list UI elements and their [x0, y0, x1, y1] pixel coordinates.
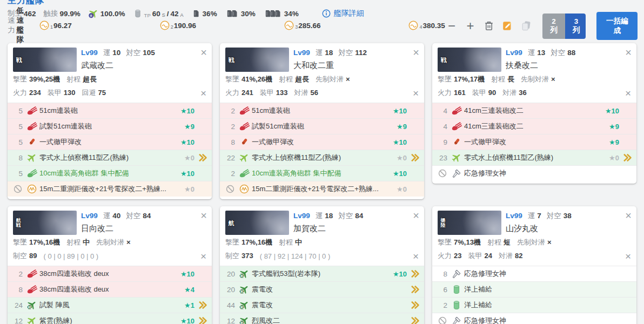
equip-stars[interactable]: ★10	[172, 138, 194, 146]
proficiency-chevron-icon[interactable]	[197, 152, 207, 163]
equip-row[interactable]: 5 10cm連装高角砲群 集中配備 ★10	[8, 165, 212, 181]
equip-row[interactable]: 6 洋上補給	[432, 281, 636, 297]
equip-row[interactable]: 8 一式徹甲弾改 ★10	[220, 134, 424, 150]
ship-banner[interactable]: 航戦	[13, 211, 77, 235]
equip-row[interactable]: 2 51cm連装砲 ★10	[220, 103, 424, 118]
equip-row[interactable]: 4 41cm三連装砲改二 ★9	[432, 118, 636, 134]
equip-row[interactable]: 22 零式水上偵察機11型乙(熟練) ★0	[220, 150, 424, 165]
ship-banner[interactable]: 航	[225, 211, 289, 235]
equip-row[interactable]: 9 一式徹甲弾改 ★9	[432, 134, 636, 150]
equip-stars[interactable]: ★0	[384, 185, 407, 193]
equip-row[interactable]: 15m二重測距儀改+21号電探改二+熟練... ★0	[220, 181, 424, 197]
proficiency-chevron-icon[interactable]	[621, 284, 632, 295]
columns-3-toggle[interactable]: 3列	[565, 14, 586, 39]
equip-stars[interactable]: ★10	[172, 170, 194, 178]
equip-row[interactable]: 12 戦 烈風改二	[220, 313, 424, 324]
ship-banner[interactable]: 戦	[225, 48, 289, 72]
equip-stars[interactable]: ★1	[172, 301, 194, 309]
copy-fleet-button[interactable]	[520, 18, 533, 34]
proficiency-chevron-icon[interactable]	[197, 105, 207, 116]
equip-row[interactable]: 8 零式水上偵察機11型乙(熟練) ★0	[8, 150, 212, 165]
equip-row[interactable]: 2 洋上補給	[432, 297, 636, 313]
equip-stars[interactable]: ★10	[384, 107, 407, 115]
proficiency-chevron-icon[interactable]	[197, 137, 207, 147]
equip-row[interactable]: 5 51cm連装砲 ★10	[8, 103, 212, 118]
proficiency-chevron-icon[interactable]	[197, 168, 207, 179]
clear-equipment-icon[interactable]: ×	[200, 251, 206, 261]
proficiency-chevron-icon[interactable]	[409, 315, 420, 324]
proficiency-chevron-icon[interactable]	[409, 268, 420, 279]
proficiency-chevron-icon[interactable]	[197, 184, 207, 194]
equip-row[interactable]: 2 38cm四連装砲改 deux ★10	[8, 266, 212, 281]
proficiency-chevron-icon[interactable]	[409, 184, 420, 194]
remove-ship-card-button[interactable]: ×	[625, 210, 632, 221]
remove-ship-card-button[interactable]: ×	[413, 47, 419, 58]
equip-row[interactable]: 4 41cm三連装砲改二 ★10	[432, 103, 636, 118]
clear-fleet-button[interactable]	[482, 18, 495, 34]
fleet-detail-button[interactable]: 艦隊詳細	[321, 9, 364, 18]
remove-ship-card-button[interactable]: ×	[625, 47, 632, 58]
ship-banner[interactable]: 戦	[13, 48, 77, 72]
equip-stars[interactable]: ★0	[172, 185, 194, 193]
equip-stars[interactable]: ★0	[596, 154, 619, 162]
equip-row[interactable]: 12 紫雲(熟練) ★10	[8, 313, 212, 324]
proficiency-chevron-icon[interactable]	[621, 137, 632, 147]
clear-equipment-icon[interactable]: ×	[413, 251, 419, 261]
proficiency-chevron-icon[interactable]	[197, 315, 207, 324]
memo-edit-button[interactable]	[501, 18, 514, 34]
equip-row[interactable]: 20 戦 零式艦戦53型(岩本隊) ★10	[220, 266, 424, 281]
equip-row[interactable]: 8 38cm四連装砲改 deux ★4	[8, 281, 212, 297]
clear-equipment-icon[interactable]: ×	[413, 88, 419, 98]
proficiency-chevron-icon[interactable]	[197, 268, 207, 279]
equip-row[interactable]: 44 戦 震電改	[220, 297, 424, 313]
proficiency-chevron-icon[interactable]	[621, 152, 632, 163]
remove-ship-card-button[interactable]: ×	[413, 210, 419, 221]
remove-ship-button[interactable]: −	[445, 18, 458, 34]
equip-stars[interactable]: ★10	[384, 270, 407, 278]
clear-equipment-icon[interactable]: ×	[625, 251, 631, 261]
proficiency-chevron-icon[interactable]	[409, 300, 420, 310]
equip-stars[interactable]: ★4	[172, 286, 194, 294]
equip-row[interactable]: 5 試製51cm連装砲 ★9	[8, 118, 212, 134]
equip-row[interactable]: 15m二重測距儀改+21号電探改二+熟練... ★0	[8, 181, 212, 197]
equip-stars[interactable]: ★10	[384, 170, 407, 178]
batch-edit-button[interactable]: 一括編成	[596, 12, 638, 40]
equip-row[interactable]: 2 10cm連装高角砲群 集中配備 ★10	[220, 165, 424, 181]
proficiency-chevron-icon[interactable]	[409, 105, 420, 116]
ship-banner[interactable]: 揚陸	[438, 211, 501, 235]
equip-stars[interactable]: ★10	[172, 317, 194, 324]
equip-stars[interactable]: ★10	[596, 107, 619, 115]
ship-banner[interactable]: 戦	[438, 48, 501, 72]
equip-row[interactable]: 8 応急修理女神	[432, 266, 636, 281]
remove-ship-card-button[interactable]: ×	[200, 210, 207, 221]
proficiency-chevron-icon[interactable]	[621, 121, 632, 132]
add-ship-button[interactable]: +	[464, 18, 477, 34]
proficiency-chevron-icon[interactable]	[409, 284, 420, 295]
equip-stars[interactable]: ★10	[172, 270, 194, 278]
equip-stars[interactable]: ★0	[172, 154, 194, 162]
equip-stars[interactable]: ★9	[596, 138, 619, 146]
equip-row[interactable]: 2 試製51cm連装砲 ★9	[220, 118, 424, 134]
equip-row[interactable]: 23 零式水上偵察機11型乙(熟練) ★0	[432, 150, 636, 165]
proficiency-chevron-icon[interactable]	[621, 105, 632, 116]
proficiency-chevron-icon[interactable]	[197, 284, 207, 295]
proficiency-chevron-icon[interactable]	[409, 121, 420, 132]
clear-equipment-icon[interactable]: ×	[625, 88, 631, 98]
proficiency-chevron-icon[interactable]	[409, 137, 420, 147]
proficiency-chevron-icon[interactable]	[621, 300, 632, 310]
proficiency-chevron-icon[interactable]	[621, 168, 632, 179]
proficiency-chevron-icon[interactable]	[197, 121, 207, 132]
equip-row[interactable]: 5 一式徹甲弾改 ★10	[8, 134, 212, 150]
equip-row[interactable]: 24 戦 試製 陣風 ★1	[8, 297, 212, 313]
remove-ship-card-button[interactable]: ×	[200, 47, 207, 58]
equip-stars[interactable]: ★10	[172, 107, 194, 115]
proficiency-chevron-icon[interactable]	[409, 168, 420, 179]
equip-stars[interactable]: ★9	[596, 123, 619, 131]
equip-stars[interactable]: ★10	[384, 138, 407, 146]
equip-row[interactable]: 応急修理女神	[432, 313, 636, 324]
equip-stars[interactable]: ★9	[384, 123, 407, 131]
equip-stars[interactable]: ★0	[384, 154, 407, 162]
proficiency-chevron-icon[interactable]	[197, 300, 207, 310]
clear-equipment-icon[interactable]: ×	[200, 88, 206, 98]
equip-row[interactable]: 応急修理女神	[432, 165, 636, 181]
